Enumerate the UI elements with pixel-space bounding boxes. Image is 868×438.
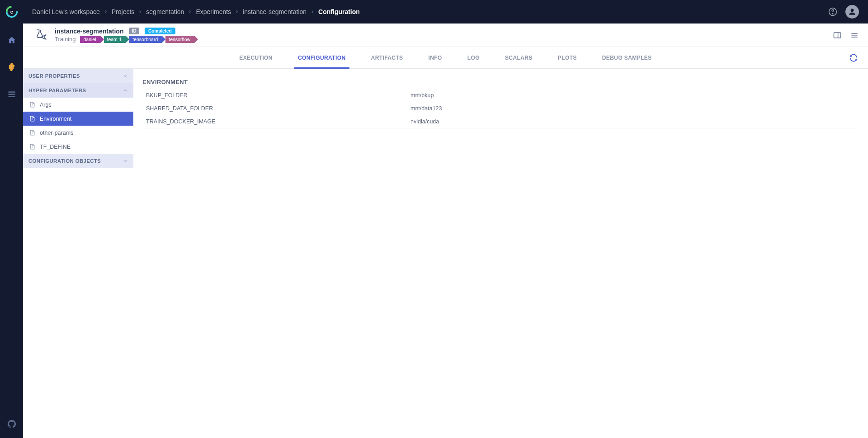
svg-text:c: c (10, 9, 13, 14)
refresh-icon[interactable] (849, 53, 858, 62)
svg-point-8 (851, 9, 854, 12)
svg-point-7 (832, 14, 833, 14)
section-user-properties[interactable]: USER PROPERTIES (23, 69, 133, 83)
breadcrumb-workspace[interactable]: Daniel Lew's workspace (32, 8, 100, 15)
section-label: HYPER PARAMETERS (28, 88, 86, 93)
sidebar-item-label: TF_DEFINE (40, 144, 71, 150)
experiment-name: instance-segmentation (55, 28, 123, 35)
tab-configuration[interactable]: CONFIGURATION (298, 47, 346, 68)
help-icon[interactable] (828, 7, 837, 16)
svg-rect-9 (834, 33, 841, 38)
id-badge[interactable]: ID (129, 28, 139, 34)
document-icon (29, 101, 35, 108)
chevron-down-icon (123, 158, 128, 164)
svg-rect-5 (8, 96, 15, 97)
user-avatar[interactable] (845, 5, 859, 19)
tag[interactable]: daniel (80, 36, 100, 43)
config-value: nvidia/cuda (410, 118, 439, 125)
status-badge: Completed (145, 28, 175, 34)
svg-rect-3 (8, 91, 15, 93)
flask-icon (32, 27, 48, 43)
github-icon[interactable] (7, 419, 17, 429)
chevron-up-icon (123, 88, 128, 93)
detail-tabs: EXECUTION CONFIGURATION ARTIFACTS INFO L… (23, 47, 868, 69)
experiment-type: Training (55, 36, 75, 42)
tab-artifacts[interactable]: ARTIFACTS (371, 47, 403, 68)
config-value: mnt/data123 (410, 105, 442, 112)
tab-info[interactable]: INFO (429, 47, 442, 68)
sidebar-item-environment[interactable]: Environment (23, 112, 133, 126)
menu-icon[interactable] (850, 31, 859, 40)
sidebar-item-label: Args (40, 102, 52, 108)
breadcrumb-experiment[interactable]: instance-segmentation (243, 8, 307, 15)
content-heading: ENVIRONMENT (142, 79, 859, 85)
top-bar: Daniel Lew's workspace Projects segmenta… (23, 0, 868, 24)
chevron-right-icon (104, 9, 108, 14)
left-icon-rail: c (0, 0, 23, 438)
sidebar-item-tf-define[interactable]: TF_DEFINE (23, 140, 133, 154)
tag[interactable]: tensorflow (165, 36, 194, 43)
section-configuration-objects[interactable]: CONFIGURATION OBJECTS (23, 154, 133, 168)
tab-execution[interactable]: EXECUTION (239, 47, 273, 68)
config-row[interactable]: SHARED_DATA_FOLDER mnt/data123 (142, 102, 859, 115)
tag[interactable]: team-1 (104, 36, 126, 43)
experiment-tags: daniel team-1 tensorboard tensorflow (80, 36, 198, 43)
sidebar-item-label: Environment (40, 116, 71, 122)
section-hyper-parameters[interactable]: HYPER PARAMETERS (23, 83, 133, 98)
sidebar-item-label: other-params (40, 130, 73, 136)
tab-plots[interactable]: PLOTS (558, 47, 577, 68)
chevron-right-icon (310, 9, 315, 14)
chevron-right-icon (235, 9, 239, 14)
tag[interactable]: tensorboard (129, 36, 162, 43)
config-key: TRAINS_DOCKER_IMAGE (146, 118, 410, 125)
breadcrumb-project[interactable]: segmentation (146, 8, 184, 15)
tab-log[interactable]: LOG (467, 47, 480, 68)
tab-scalars[interactable]: SCALARS (505, 47, 533, 68)
svg-rect-4 (8, 94, 15, 95)
config-row[interactable]: TRAINS_DOCKER_IMAGE nvidia/cuda (142, 115, 859, 128)
chevron-right-icon (188, 9, 192, 14)
section-label: USER PROPERTIES (28, 73, 80, 79)
chevron-down-icon (123, 73, 128, 79)
app-logo[interactable]: c (5, 5, 18, 18)
experiment-header: instance-segmentation ID Completed Train… (23, 24, 868, 47)
breadcrumbs: Daniel Lew's workspace Projects segmenta… (32, 8, 360, 15)
breadcrumb-current: Configuration (318, 8, 360, 15)
document-icon (29, 143, 35, 150)
config-key: SHARED_DATA_FOLDER (146, 105, 410, 112)
queues-icon[interactable] (7, 89, 17, 99)
layout-icon[interactable] (833, 31, 842, 40)
config-key: BKUP_FOLDER (146, 92, 410, 99)
sidebar-item-args[interactable]: Args (23, 98, 133, 112)
home-icon[interactable] (7, 35, 17, 45)
tab-debug-samples[interactable]: DEBUG SAMPLES (602, 47, 652, 68)
breadcrumb-experiments[interactable]: Experiments (196, 8, 231, 15)
section-label: CONFIGURATION OBJECTS (28, 158, 101, 164)
sidebar-item-other-params[interactable]: other-params (23, 126, 133, 140)
config-content: ENVIRONMENT BKUP_FOLDER mnt/bkup SHARED_… (133, 69, 868, 438)
chevron-right-icon (138, 9, 142, 14)
document-icon (29, 115, 35, 122)
config-row[interactable]: BKUP_FOLDER mnt/bkup (142, 89, 859, 102)
document-icon (29, 129, 35, 136)
config-sidebar: USER PROPERTIES HYPER PARAMETERS Args En… (23, 69, 133, 438)
breadcrumb-projects[interactable]: Projects (112, 8, 135, 15)
workers-icon[interactable] (7, 62, 17, 72)
config-value: mnt/bkup (410, 92, 434, 99)
